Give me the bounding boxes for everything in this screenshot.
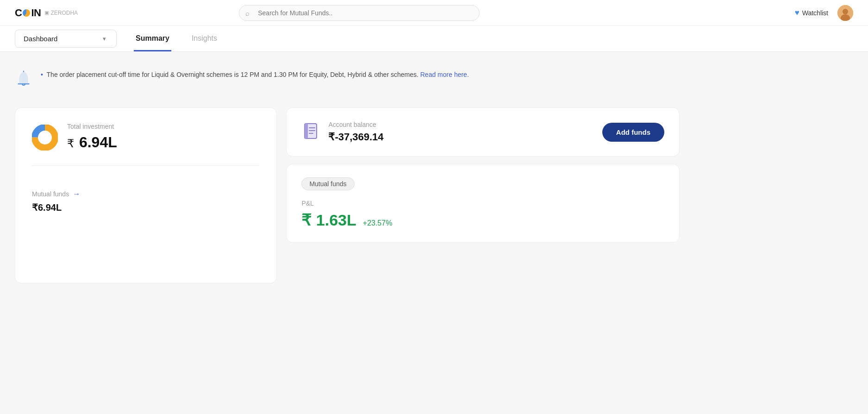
tabs-bar: Dashboard ▾ Summary Insights — [0, 26, 868, 52]
logo-area: C IN ▣ ZERODHA — [15, 7, 78, 19]
logo-c: C — [15, 7, 22, 19]
mutual-funds-label-text: Mutual funds — [32, 190, 69, 198]
investment-info: Total investment ₹ 6.94L — [67, 123, 117, 151]
account-info: Account balance ₹-37,369.14 — [328, 121, 383, 143]
total-investment-value: ₹ 6.94L — [67, 134, 117, 151]
avatar[interactable] — [837, 5, 853, 21]
dashboard-select[interactable]: Dashboard — [15, 30, 117, 48]
arrow-right-icon: → — [73, 190, 80, 198]
notice-message: The order placement cut-off time for Liq… — [47, 71, 418, 78]
mf-section: Mutual funds → ₹6.94L — [32, 190, 260, 213]
cards-row: Total investment ₹ 6.94L Mutual funds → … — [15, 107, 680, 283]
pl-label: P&L — [301, 200, 664, 207]
account-card: Account balance ₹-37,369.14 Add funds — [286, 107, 680, 157]
dashboard-select-wrap: Dashboard ▾ — [15, 30, 106, 48]
investment-amount: 6.94L — [79, 134, 117, 151]
add-funds-button[interactable]: Add funds — [602, 123, 664, 142]
watchlist-label: Watchlist — [802, 9, 828, 17]
search-icon: ⌕ — [245, 9, 250, 17]
watchlist-button[interactable]: ♥ Watchlist — [795, 8, 828, 18]
avatar-image — [837, 5, 853, 21]
search-bar[interactable]: ⌕ — [239, 5, 480, 21]
notice-banner: • The order placement cut-off time for L… — [15, 65, 680, 94]
svg-point-6 — [39, 132, 51, 144]
bell-icon — [15, 70, 32, 88]
notice-dot: • — [41, 71, 43, 78]
notice-text: • The order placement cut-off time for L… — [41, 69, 469, 80]
right-col: Account balance ₹-37,369.14 Add funds Mu… — [286, 107, 680, 283]
pl-value-row: ₹ 1.63L +23.57% — [301, 211, 664, 229]
main-content: • The order placement cut-off time for L… — [0, 52, 694, 296]
account-balance-value: ₹-37,369.14 — [328, 131, 383, 143]
pl-value: ₹ 1.63L — [301, 211, 356, 229]
mutual-funds-tag: Mutual funds — [301, 177, 354, 190]
svg-point-1 — [843, 9, 848, 14]
tab-insights[interactable]: Insights — [190, 26, 219, 51]
rupee-symbol: ₹ — [67, 137, 74, 150]
mutual-funds-label[interactable]: Mutual funds → — [32, 190, 260, 198]
total-investment-label: Total investment — [67, 123, 117, 130]
heart-icon: ♥ — [795, 8, 799, 18]
nav-right: ♥ Watchlist — [795, 5, 853, 21]
logo-zerodha: ▣ ZERODHA — [44, 10, 78, 16]
account-left: Account balance ₹-37,369.14 — [301, 121, 383, 143]
svg-rect-8 — [305, 124, 308, 138]
search-input[interactable] — [239, 5, 480, 21]
mutual-funds-pl-card: Mutual funds P&L ₹ 1.63L +23.57% — [286, 164, 680, 243]
logo-in: IN — [31, 7, 41, 19]
investment-section: Total investment ₹ 6.94L — [32, 123, 260, 166]
bell-icon-wrap — [15, 70, 32, 90]
notice-link[interactable]: Read more here. — [420, 71, 469, 78]
pl-percent: +23.57% — [363, 219, 393, 227]
mutual-funds-value: ₹6.94L — [32, 202, 260, 213]
zerodha-icon: ▣ — [44, 10, 49, 16]
left-card: Total investment ₹ 6.94L Mutual funds → … — [15, 107, 277, 283]
pie-chart-icon — [32, 125, 58, 152]
navbar: C IN ▣ ZERODHA ⌕ ♥ Watchlist — [0, 0, 868, 26]
account-balance-label: Account balance — [328, 121, 383, 128]
tab-summary[interactable]: Summary — [134, 26, 171, 51]
zerodha-label: ZERODHA — [50, 10, 78, 16]
logo-coin-circle — [23, 9, 30, 17]
ledger-icon — [301, 121, 321, 143]
